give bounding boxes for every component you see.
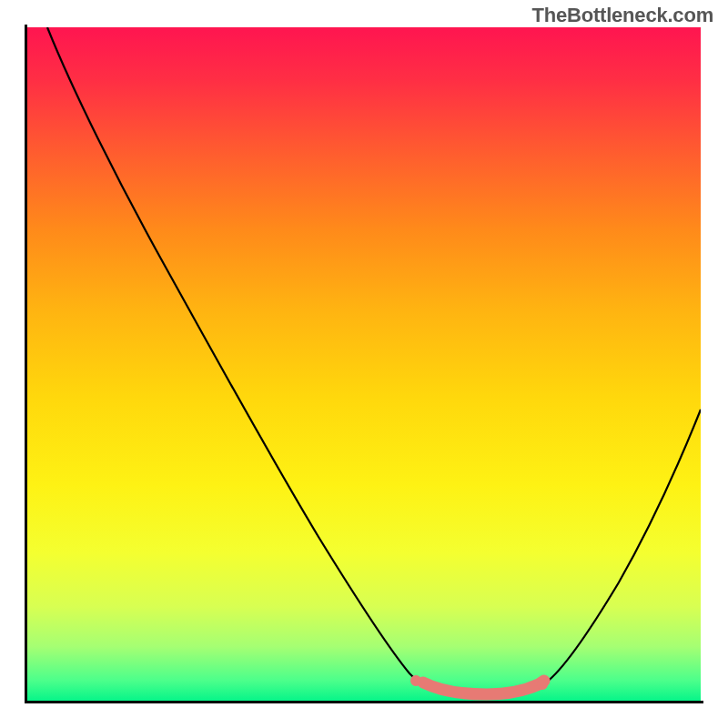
chart-main-curve [47,27,701,682]
chart-x-axis [25,701,703,703]
chart-y-axis [25,25,27,703]
chart-curve-svg [27,27,701,701]
chart-plot-area [27,27,701,701]
chart-highlight-dot-right [537,679,548,690]
watermark-text: TheBottleneck.com [531,4,713,27]
chart-highlight-segment [423,681,544,694]
